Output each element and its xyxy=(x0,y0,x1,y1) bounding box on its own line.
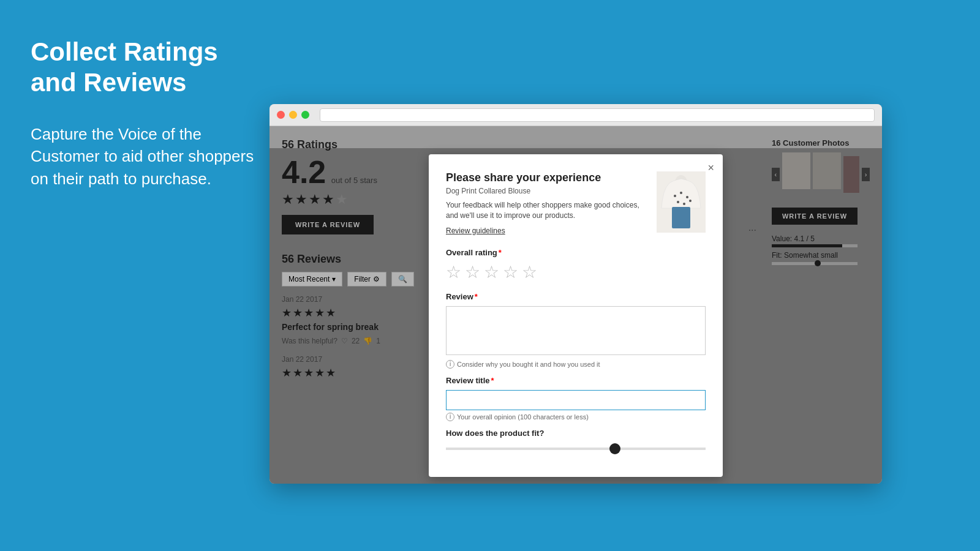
browser-titlebar xyxy=(270,104,882,126)
svg-point-3 xyxy=(680,192,682,194)
star-input-5[interactable]: ☆ xyxy=(522,262,537,282)
review-modal: × Please share your experience Dog Print… xyxy=(429,154,723,477)
overall-rating-label: Overall rating* xyxy=(446,248,706,257)
minimize-dot[interactable] xyxy=(289,111,297,119)
maximize-dot[interactable] xyxy=(301,111,309,119)
star-input-2[interactable]: ☆ xyxy=(465,262,480,282)
close-dot[interactable] xyxy=(277,111,285,119)
address-bar[interactable] xyxy=(320,108,875,122)
svg-point-5 xyxy=(677,201,679,203)
modal-title: Please share your experience xyxy=(446,171,647,184)
star-input-1[interactable]: ☆ xyxy=(446,262,461,282)
review-textarea[interactable] xyxy=(446,306,706,355)
svg-point-4 xyxy=(686,196,688,198)
review-required: * xyxy=(475,292,478,301)
review-title-hint: i Your overall opinion (100 characters o… xyxy=(446,413,706,421)
svg-point-6 xyxy=(683,203,685,205)
browser-window: 56 Ratings 4.2 out of 5 stars ★ ★ ★ ★ ★ … xyxy=(270,104,882,484)
modal-header: Please share your experience Dog Print C… xyxy=(446,171,706,236)
subtitle: Capture the Voice of the Customer to aid… xyxy=(31,123,263,190)
review-title-required: * xyxy=(491,376,494,385)
overall-rating-required: * xyxy=(499,248,502,257)
svg-point-2 xyxy=(674,195,676,197)
fit-range-container xyxy=(446,448,706,450)
review-hint: i Consider why you bought it and how you… xyxy=(446,360,706,369)
left-content: Collect Ratings and Reviews Capture the … xyxy=(31,37,263,190)
svg-point-7 xyxy=(689,200,692,202)
modal-header-text: Please share your experience Dog Print C… xyxy=(446,171,647,236)
review-title-input[interactable] xyxy=(446,390,706,410)
svg-rect-8 xyxy=(672,207,690,228)
hint-icon-review: i xyxy=(446,360,454,369)
hint-icon-title: i xyxy=(446,413,454,421)
product-image xyxy=(657,171,706,233)
review-title-label: Review title* xyxy=(446,376,706,385)
product-image-svg xyxy=(657,171,706,233)
review-guidelines-link[interactable]: Review guidelines xyxy=(446,227,505,235)
modal-description: Your feedback will help other shoppers m… xyxy=(446,200,647,221)
product-fit-label: How does the product fit? xyxy=(446,429,706,438)
fit-handle[interactable] xyxy=(609,443,620,454)
modal-product-name: Dog Print Collared Blouse xyxy=(446,187,647,195)
star-input-3[interactable]: ☆ xyxy=(484,262,499,282)
star-rating-input[interactable]: ☆ ☆ ☆ ☆ ☆ xyxy=(446,262,706,282)
modal-close-button[interactable]: × xyxy=(707,162,714,174)
main-title: Collect Ratings and Reviews xyxy=(31,37,263,99)
fit-track xyxy=(446,448,706,450)
customer-photos-title: 16 Customer Photos xyxy=(772,138,870,148)
modal-overlay: × Please share your experience Dog Print… xyxy=(270,148,882,484)
star-input-4[interactable]: ☆ xyxy=(503,262,518,282)
browser-content: 56 Ratings 4.2 out of 5 stars ★ ★ ★ ★ ★ … xyxy=(270,126,882,484)
review-label: Review* xyxy=(446,292,706,301)
